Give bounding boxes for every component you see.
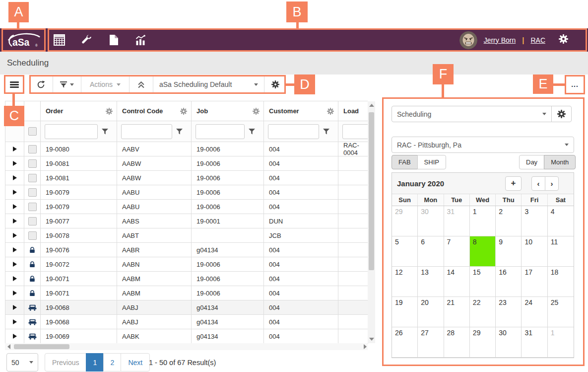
calendar-day-16[interactable]: 16 <box>496 267 522 297</box>
calendar-day-11[interactable]: 11 <box>548 236 574 267</box>
column-filter-input[interactable] <box>45 124 98 139</box>
calendar-day-31[interactable]: 31 <box>522 327 547 358</box>
collapse-button[interactable] <box>130 75 153 94</box>
next-page-button[interactable]: Next <box>121 353 150 372</box>
table-row[interactable]: 19-0076 AABR g04134 004 <box>5 243 368 257</box>
expand-row-icon[interactable] <box>13 262 17 267</box>
row-checkbox[interactable] <box>28 159 37 168</box>
calendar-day-8-selected[interactable]: 8 <box>470 236 496 267</box>
reports-chart-icon[interactable] <box>134 34 147 47</box>
filter-icon[interactable] <box>176 129 183 135</box>
calendar-day-24[interactable]: 24 <box>522 297 547 327</box>
calendar-day-17[interactable]: 17 <box>522 267 547 297</box>
row-checkbox[interactable] <box>28 145 37 153</box>
column-filter-input[interactable] <box>342 124 368 139</box>
calendar-day-7[interactable]: 7 <box>444 236 470 267</box>
horizontal-scrollbar[interactable] <box>5 343 368 350</box>
filter-icon[interactable] <box>249 129 255 135</box>
calendar-day-30[interactable]: 30 <box>418 206 444 236</box>
table-row[interactable]: 19-0069 AABK g04134 004 <box>5 329 368 344</box>
scroll-down-arrow[interactable] <box>368 335 375 343</box>
calendar-day-1[interactable]: 1 <box>470 206 496 236</box>
calendar-day-25[interactable]: 25 <box>548 297 574 327</box>
scroll-right-arrow[interactable] <box>364 342 367 351</box>
page-button-2[interactable]: 2 <box>103 353 121 372</box>
calendar-day-28[interactable]: 28 <box>444 327 470 358</box>
calendar-day-18[interactable]: 18 <box>548 267 574 297</box>
grid-view-select[interactable]: aSa Scheduling Default <box>153 75 264 94</box>
table-row[interactable]: 19-0079 AABU 19-0006 004 <box>5 185 368 200</box>
calendar-day-29[interactable]: 29 <box>392 206 418 236</box>
row-checkbox[interactable] <box>28 188 37 197</box>
column-filter-input[interactable] <box>121 124 172 139</box>
asa-logo[interactable]: aSa ® <box>1 28 46 52</box>
refresh-button[interactable] <box>29 75 53 94</box>
column-settings-gear-icon[interactable] <box>106 108 113 115</box>
column-filter-input[interactable] <box>196 124 245 139</box>
page-button-1[interactable]: 1 <box>86 353 104 372</box>
expand-row-icon[interactable] <box>13 319 17 324</box>
column-header-customer[interactable]: Customer <box>264 101 338 121</box>
table-row[interactable]: 19-0081 AABW 19-0006 004 <box>5 156 368 171</box>
table-row[interactable]: 19-0071 AABM 19-0006 004 <box>5 286 368 300</box>
range-day-button[interactable]: Day <box>519 155 544 169</box>
calendar-day-13[interactable]: 13 <box>418 267 444 297</box>
location-select[interactable]: RAC - Pittsburgh, Pa <box>392 137 574 153</box>
calendar-day-15[interactable]: 15 <box>470 267 496 297</box>
column-header-job[interactable]: Job <box>192 101 264 121</box>
calendar-next-button[interactable]: › <box>545 176 559 191</box>
table-row[interactable]: 19-0081 AABW 19-0006 004 <box>5 171 368 185</box>
tools-wrench-icon[interactable] <box>80 34 93 47</box>
calendar-day-3[interactable]: 3 <box>522 206 547 236</box>
expand-row-icon[interactable] <box>13 161 17 166</box>
row-checkbox[interactable] <box>28 174 37 182</box>
expand-row-icon[interactable] <box>13 276 17 281</box>
filter-icon[interactable] <box>102 129 108 135</box>
calendar-day-31[interactable]: 31 <box>444 206 470 236</box>
expand-row-icon[interactable] <box>13 334 17 339</box>
expand-row-icon[interactable] <box>13 175 17 180</box>
previous-page-button[interactable]: Previous <box>45 353 86 372</box>
column-settings-gear-icon[interactable] <box>180 108 187 115</box>
row-checkbox[interactable] <box>28 203 37 211</box>
calendar-day-5[interactable]: 5 <box>392 236 418 267</box>
table-row[interactable]: 19-0078 AABT JCB <box>5 228 368 243</box>
range-month-button[interactable]: Month <box>544 155 576 169</box>
expand-row-icon[interactable] <box>13 247 17 252</box>
calendar-day-22[interactable]: 22 <box>470 297 496 327</box>
select-all-checkbox[interactable] <box>28 127 37 136</box>
scroll-left-arrow[interactable] <box>5 344 13 349</box>
filter-menu-button[interactable] <box>53 75 81 94</box>
calendar-day-21[interactable]: 21 <box>444 297 470 327</box>
calendar-day-10[interactable]: 10 <box>522 236 547 267</box>
column-header-order[interactable]: Order <box>41 101 117 121</box>
table-row[interactable]: 19-0080 AABV 19-0006 004 RAC-0004 <box>5 142 368 156</box>
expand-row-icon[interactable] <box>13 190 17 195</box>
calendar-day-19[interactable]: 19 <box>392 297 418 327</box>
calendar-day-27[interactable]: 27 <box>418 327 444 358</box>
expand-row-icon[interactable] <box>13 305 17 310</box>
table-row[interactable]: 19-0079 AABU 19-0006 004 <box>5 200 368 214</box>
calendar-day-30[interactable]: 30 <box>496 327 522 358</box>
expand-row-icon[interactable] <box>13 147 17 151</box>
calendar-prev-button[interactable]: ‹ <box>531 176 545 191</box>
mode-fab-button[interactable]: FAB <box>392 155 418 169</box>
column-header-control-code[interactable]: Control Code <box>117 101 192 121</box>
column-filter-input[interactable] <box>268 124 319 139</box>
calendar-day-20[interactable]: 20 <box>418 297 444 327</box>
column-header-load[interactable]: Load <box>338 101 368 121</box>
table-row[interactable]: 19-0077 AABS 19-0001 DUN <box>5 214 368 228</box>
expand-row-icon[interactable] <box>13 233 17 238</box>
horizontal-scroll-thumb[interactable] <box>14 344 69 349</box>
actions-dropdown[interactable]: Actions <box>81 75 130 94</box>
calendar-day-12[interactable]: 12 <box>392 267 418 297</box>
expand-row-icon[interactable] <box>13 291 17 296</box>
calendar-day-14[interactable]: 14 <box>444 267 470 297</box>
calendar-day-4[interactable]: 4 <box>548 206 574 236</box>
page-size-select[interactable]: 50 <box>6 353 38 372</box>
calculator-icon[interactable] <box>53 34 65 47</box>
table-row[interactable]: 19-0071 AABM 19-0006 004 <box>5 272 368 286</box>
row-checkbox[interactable] <box>28 217 37 225</box>
column-settings-gear-icon[interactable] <box>253 108 260 115</box>
calendar-day-9[interactable]: 9 <box>496 236 522 267</box>
